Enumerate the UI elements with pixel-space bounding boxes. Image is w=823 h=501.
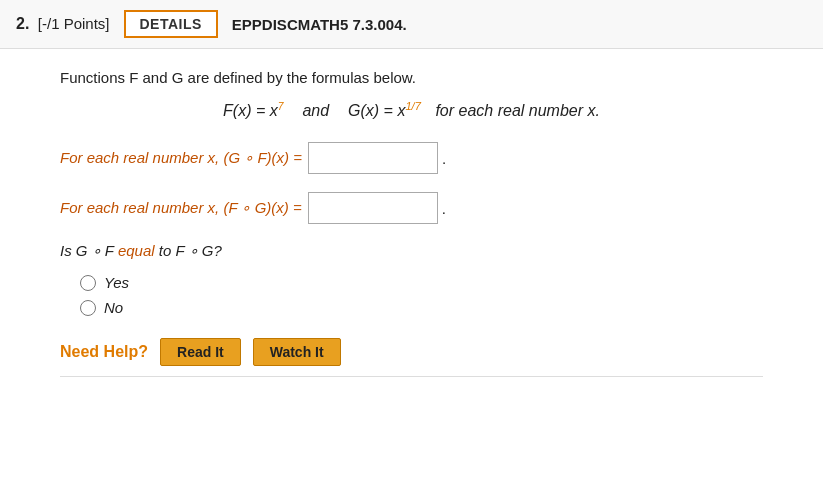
- read-it-button[interactable]: Read It: [160, 338, 241, 366]
- is-equal-question: Is G ∘ F equal to F ∘ G?: [60, 242, 763, 260]
- radio-group: Yes No: [80, 274, 763, 316]
- q2-label: For each real number x, (F ∘ G)(x) =: [60, 199, 302, 217]
- bottom-divider: [60, 376, 763, 377]
- yes-label: Yes: [104, 274, 129, 291]
- fx-exponent: 7: [278, 101, 284, 112]
- gx-exponent: 1/7: [405, 100, 421, 112]
- formula-gx: G(x) = x1/7: [348, 102, 425, 119]
- yes-radio[interactable]: [80, 275, 96, 291]
- details-button[interactable]: DETAILS: [124, 10, 218, 38]
- intro-text: Functions F and G are defined by the for…: [60, 69, 763, 86]
- need-help-row: Need Help? Read It Watch It: [60, 338, 763, 366]
- need-help-label: Need Help?: [60, 343, 148, 361]
- no-radio[interactable]: [80, 300, 96, 316]
- problem-header: 2. [-/1 Points] DETAILS EPPDISCMATH5 7.3…: [0, 0, 823, 49]
- q2-answer-input[interactable]: [308, 192, 438, 224]
- formula-and: and: [298, 102, 334, 119]
- formula-suffix: for each real number x.: [435, 102, 600, 119]
- content-area: Functions F and G are defined by the for…: [0, 49, 823, 397]
- question-1-row: For each real number x, (G ∘ F)(x) = .: [60, 142, 763, 174]
- no-label: No: [104, 299, 123, 316]
- formula-fx: F(x) = x7: [223, 102, 288, 119]
- q2-dot: .: [442, 200, 446, 217]
- problem-code: EPPDISCMATH5 7.3.004.: [232, 16, 407, 33]
- q1-answer-input[interactable]: [308, 142, 438, 174]
- q1-label: For each real number x, (G ∘ F)(x) =: [60, 149, 302, 167]
- question-2-row: For each real number x, (F ∘ G)(x) = .: [60, 192, 763, 224]
- formula-display: F(x) = x7 and G(x) = x1/7 for each real …: [60, 100, 763, 120]
- no-option[interactable]: No: [80, 299, 763, 316]
- watch-it-button[interactable]: Watch It: [253, 338, 341, 366]
- q1-dot: .: [442, 150, 446, 167]
- yes-option[interactable]: Yes: [80, 274, 763, 291]
- is-equal-text: Is G ∘ F equal to F ∘ G?: [60, 242, 222, 259]
- problem-number: 2. [-/1 Points]: [16, 15, 110, 33]
